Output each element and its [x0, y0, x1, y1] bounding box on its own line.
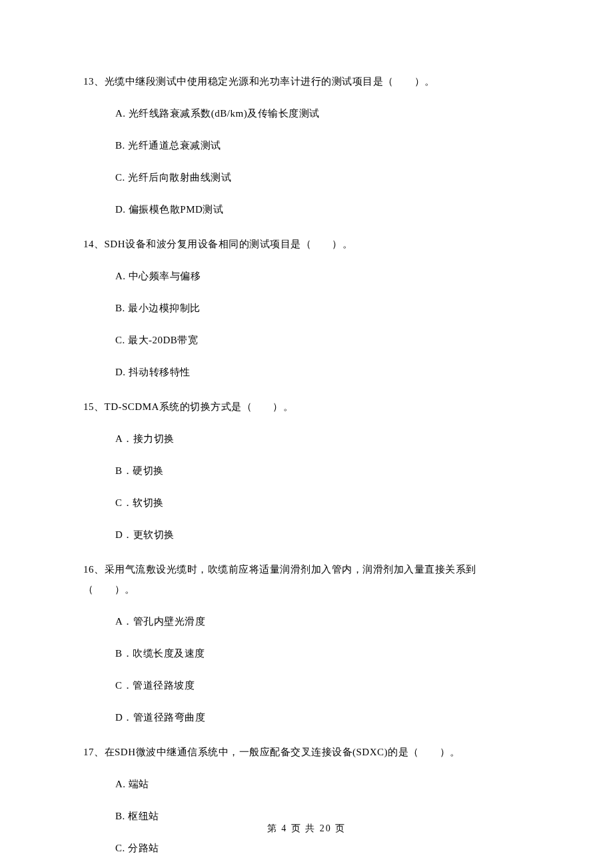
option-d: D．更软切换: [83, 527, 530, 543]
option-b: B. 光纤通道总衰减测试: [83, 137, 530, 153]
option-d: D. 抖动转移特性: [83, 364, 530, 380]
question-body: SDH设备和波分复用设备相同的测试项目是（ ）。: [105, 239, 353, 249]
option-a: A. 端站: [83, 776, 530, 792]
question-number: 17、: [83, 747, 105, 757]
question-14: 14、SDH设备和波分复用设备相同的测试项目是（ ）。 A. 中心频率与偏移 B…: [83, 236, 530, 380]
question-number: 15、: [83, 401, 105, 412]
question-text: 14、SDH设备和波分复用设备相同的测试项目是（ ）。: [83, 236, 530, 252]
page-footer: 第 4 页 共 20 页: [0, 821, 613, 836]
question-body: 光缆中继段测试中使用稳定光源和光功率计进行的测试项目是（ ）。: [105, 76, 435, 87]
question-15: 15、TD-SCDMA系统的切换方式是（ ）。 A．接力切换 B．硬切换 C．软…: [83, 399, 530, 543]
option-c: C. 光纤后向散射曲线测试: [83, 169, 530, 185]
question-number: 16、: [83, 564, 105, 575]
document-content: 13、光缆中继段测试中使用稳定光源和光功率计进行的测试项目是（ ）。 A. 光纤…: [0, 0, 613, 856]
question-body: TD-SCDMA系统的切换方式是（ ）。: [105, 401, 294, 412]
question-17: 17、在SDH微波中继通信系统中，一般应配备交叉连接设备(SDXC)的是（ ）。…: [83, 744, 530, 856]
question-13: 13、光缆中继段测试中使用稳定光源和光功率计进行的测试项目是（ ）。 A. 光纤…: [83, 73, 530, 217]
question-text: 15、TD-SCDMA系统的切换方式是（ ）。: [83, 399, 530, 415]
option-c: C．软切换: [83, 495, 530, 511]
option-a: A. 中心频率与偏移: [83, 268, 530, 284]
question-text: 17、在SDH微波中继通信系统中，一般应配备交叉连接设备(SDXC)的是（ ）。: [83, 744, 530, 760]
question-text-line2: （ ）。: [83, 581, 530, 597]
option-d: D．管道径路弯曲度: [83, 709, 530, 725]
question-text: 16、采用气流敷设光缆时，吹缆前应将适量润滑剂加入管内，润滑剂加入量直接关系到: [83, 561, 530, 577]
option-a: A．管孔内壁光滑度: [83, 613, 530, 629]
question-body: 在SDH微波中继通信系统中，一般应配备交叉连接设备(SDXC)的是（ ）。: [105, 747, 460, 757]
option-c: C. 分路站: [83, 840, 530, 856]
question-16: 16、采用气流敷设光缆时，吹缆前应将适量润滑剂加入管内，润滑剂加入量直接关系到 …: [83, 561, 530, 725]
option-b: B．硬切换: [83, 463, 530, 479]
option-c: C．管道径路坡度: [83, 677, 530, 693]
question-body-line1: 采用气流敷设光缆时，吹缆前应将适量润滑剂加入管内，润滑剂加入量直接关系到: [105, 564, 476, 575]
option-b: B．吹缆长度及速度: [83, 645, 530, 661]
question-number: 13、: [83, 76, 105, 87]
option-a: A．接力切换: [83, 431, 530, 447]
question-text: 13、光缆中继段测试中使用稳定光源和光功率计进行的测试项目是（ ）。: [83, 73, 530, 89]
option-d: D. 偏振模色散PMD测试: [83, 201, 530, 217]
question-number: 14、: [83, 239, 105, 249]
option-b: B. 最小边模抑制比: [83, 300, 530, 316]
option-a: A. 光纤线路衰减系数(dB/km)及传输长度测试: [83, 105, 530, 121]
option-c: C. 最大-20DB带宽: [83, 332, 530, 348]
